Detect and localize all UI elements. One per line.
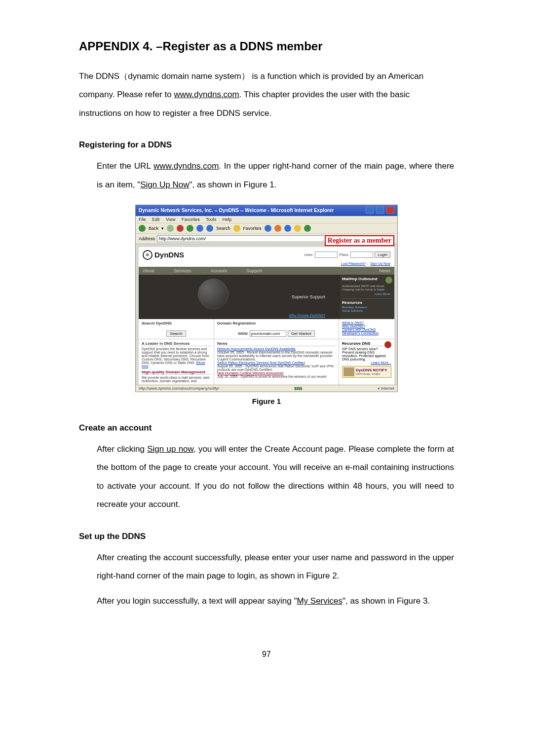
- edit-icon[interactable]: [294, 225, 301, 232]
- news1-text: October 05, 2005 - Recent improvements t…: [217, 351, 336, 361]
- menu-tools[interactable]: Tools: [206, 217, 216, 222]
- domain-input[interactable]: [250, 330, 286, 337]
- search-dyndns-title: Search DynDNS: [142, 321, 211, 325]
- search-button[interactable]: Search: [166, 330, 186, 337]
- dyndns-link-2[interactable]: www.dyndns.com: [153, 161, 219, 171]
- notify-box[interactable]: DynDNS NOTIFY technology, insight: [342, 366, 391, 378]
- create-account-heading: Create an account: [79, 423, 454, 433]
- news3-text: July 16, 2005 - DynDNS is proud to annou…: [217, 375, 336, 378]
- toolbar: Back ▾ Search Favorites: [136, 223, 397, 234]
- maximize-icon[interactable]: [376, 207, 384, 214]
- status-url: http://www.dyndns.com/about/company/noti…: [139, 386, 219, 391]
- menu-favorites[interactable]: Favorites: [182, 217, 200, 222]
- hero-sublink[interactable]: Why Choose DynDNS?: [289, 314, 325, 317]
- login-button[interactable]: Login: [375, 252, 390, 258]
- minimize-icon[interactable]: [366, 207, 374, 214]
- pass-input[interactable]: [350, 252, 373, 258]
- address-input[interactable]: [157, 235, 353, 242]
- mailhop-title: MailHop Outbound: [342, 277, 378, 284]
- mailhop-text: Authenticated SMTP mail server. Outgoing…: [342, 285, 392, 291]
- news3-link[interactable]: New Domains Contest Winners Announced: [217, 371, 283, 375]
- site-header: ✲ DynDNS User: Pass: Login: [139, 247, 394, 261]
- figure-caption: Figure 1: [79, 397, 454, 405]
- print-icon[interactable]: [284, 225, 291, 232]
- notify-photo-icon: [343, 367, 354, 376]
- setup-ddns-p2: After you login successfully, a text wil…: [97, 592, 454, 610]
- developers-link[interactable]: Developer's Connection: [342, 331, 391, 335]
- leader-title: A Leader in DNS Services: [142, 341, 211, 346]
- home-icon[interactable]: [196, 225, 203, 232]
- favorites-label[interactable]: Favorites: [243, 226, 262, 231]
- why-dyndns-link[interactable]: Why DynDNS?: [342, 324, 391, 328]
- what-is-dns-link[interactable]: What is DNS?: [342, 321, 391, 324]
- get-started-button[interactable]: Get Started: [288, 330, 315, 337]
- setup-ddns-p1: After creating the account successfully,…: [97, 548, 454, 585]
- recursive-text: ISP DNS servers slow? Prevent slowing DN…: [342, 347, 391, 361]
- dyndns-link[interactable]: www.dyndns.com: [174, 90, 239, 99]
- my-services-text: My Services: [297, 596, 343, 606]
- history-icon[interactable]: [265, 225, 271, 232]
- menu-view[interactable]: View: [166, 217, 175, 222]
- learn-more-link[interactable]: Learn More...: [375, 292, 392, 295]
- news-title: News: [217, 341, 336, 346]
- favorites-icon[interactable]: [233, 225, 240, 232]
- menu-edit[interactable]: Edit: [152, 217, 160, 222]
- news1-link[interactable]: Network Improvements Assure DynDNS Avail…: [217, 347, 296, 351]
- search-icon[interactable]: [206, 225, 213, 232]
- registering-text: Enter the URL www.dyndns.com. In the upp…: [97, 157, 454, 194]
- close-icon[interactable]: [386, 207, 394, 214]
- nav-news[interactable]: News: [379, 268, 390, 273]
- window-titlebar: Dynamic Network Services, Inc. -- DynDNS…: [136, 205, 397, 216]
- sign-up-now-link[interactable]: Sign Up Now: [370, 262, 390, 265]
- nav-support[interactable]: Support: [247, 268, 263, 273]
- window-buttons[interactable]: [365, 207, 394, 215]
- notify-title: DynDNS NOTIFY: [356, 368, 387, 372]
- hq-title: High-quality Domain Management: [142, 370, 211, 375]
- logo-icon: ✲: [143, 250, 152, 260]
- figure-1: Dynamic Network Services, Inc. -- DynDNS…: [79, 205, 454, 405]
- nav-about[interactable]: About: [143, 268, 154, 273]
- news2-link[interactable]: Select Patton Electronics Devices Now Dy…: [217, 361, 305, 364]
- setup-ddns-heading: Set up the DDNS: [79, 532, 454, 541]
- globe-icon: [198, 279, 228, 309]
- stop-icon[interactable]: [177, 225, 184, 232]
- careers-link[interactable]: Careers with DynDNS: [342, 328, 391, 331]
- hq-text: We provide world-class e-mail services, …: [142, 376, 210, 383]
- address-label: Address: [139, 236, 155, 241]
- back-icon[interactable]: [139, 225, 146, 232]
- forward-icon[interactable]: [167, 225, 174, 232]
- domain-reg-title: Domain Registration: [217, 321, 336, 325]
- login-area: User: Pass: Login: [304, 252, 390, 258]
- messenger-icon[interactable]: [304, 225, 311, 232]
- hero-text: Superior Support: [292, 294, 325, 299]
- nav-bar: About Services Account Support News: [139, 267, 394, 275]
- lost-password-link[interactable]: Lost Password?: [341, 262, 366, 265]
- mail-icon[interactable]: [274, 225, 281, 232]
- hero-banner: Superior Support Why Choose DynDNS? Mail…: [139, 275, 394, 319]
- sign-up-now-underline: Sign up now: [147, 444, 193, 454]
- user-input[interactable]: [315, 252, 338, 258]
- mailhop-icon: [385, 277, 392, 284]
- home-solutions-link[interactable]: Home Solutions: [342, 309, 363, 312]
- resources-title: Resources: [342, 300, 362, 305]
- news2-text: August 09, 2005 - DynDNS announces that …: [217, 364, 336, 371]
- pass-label: Pass:: [339, 252, 349, 257]
- dyndns-logo[interactable]: ✲ DynDNS: [143, 250, 184, 260]
- nav-account[interactable]: Account: [211, 268, 227, 273]
- nav-services[interactable]: Services: [174, 268, 191, 273]
- menu-bar: File Edit View Favorites Tools Help: [136, 216, 397, 223]
- business-solutions-link[interactable]: Business Solutions: [342, 306, 367, 309]
- search-label[interactable]: Search: [216, 226, 230, 231]
- registering-heading: Registering for a DDNS: [79, 140, 454, 150]
- learn-more-link-2[interactable]: Learn More...: [342, 361, 391, 364]
- status-bar: http://www.dyndns.com/about/company/noti…: [136, 385, 397, 392]
- www-prefix: www.: [238, 331, 249, 336]
- menu-file[interactable]: File: [139, 217, 146, 222]
- notify-sub: technology, insight: [356, 372, 387, 375]
- menu-help[interactable]: Help: [223, 217, 232, 222]
- refresh-icon[interactable]: [187, 225, 193, 232]
- back-label[interactable]: Back: [149, 226, 158, 231]
- recursive-icon: [384, 341, 391, 348]
- hero-side-panel: MailHop Outbound Authenticated SMTP mail…: [340, 275, 394, 319]
- user-label: User:: [304, 252, 313, 257]
